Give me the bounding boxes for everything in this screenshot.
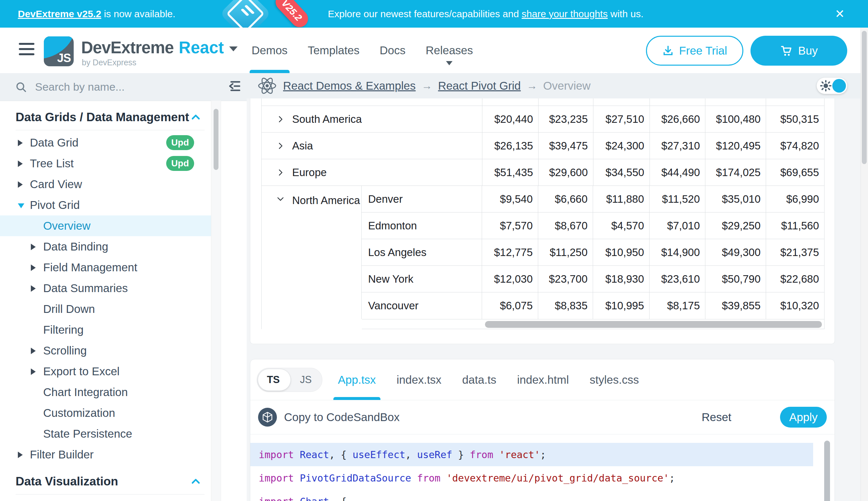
sidebar-item-data-grid[interactable]: Data GridUpd xyxy=(0,132,211,153)
sidebar-collapse-icon[interactable] xyxy=(227,79,242,94)
code-tab-data-ts[interactable]: data.ts xyxy=(462,359,496,400)
pivot-value-cell: $11,880 xyxy=(593,186,649,212)
pivot-value-cell: $12,775 xyxy=(482,239,538,265)
sidebar-item-card-view[interactable]: Card View xyxy=(0,174,211,195)
devextreme-js-logo[interactable]: JS xyxy=(44,36,74,66)
breadcrumb-link-pivot-grid[interactable]: React Pivot Grid xyxy=(438,79,521,92)
pivot-value-cell: $10,950 xyxy=(593,239,649,265)
devextreme-demos-page: DevExtreme v25.2 is now available. V25.2… xyxy=(0,0,868,501)
sidebar-item-scrolling[interactable]: Scrolling xyxy=(0,340,211,361)
sidebar-item-pivot-grid[interactable]: Pivot Grid xyxy=(0,195,211,215)
pivot-value-cell: $50,315 xyxy=(766,106,824,132)
code-scrollbar-thumb[interactable] xyxy=(824,440,830,501)
apply-button[interactable]: Apply xyxy=(780,407,827,428)
sidebar-item-customization[interactable]: Customization xyxy=(0,403,211,423)
code-editor[interactable]: import React, { useEffect, useRef } from… xyxy=(250,434,835,501)
code-line: import PivotGridDataSource from 'devextr… xyxy=(250,466,835,490)
theme-toggle[interactable] xyxy=(817,78,847,94)
page-scrollbar-thumb[interactable] xyxy=(862,31,867,164)
lang-option-js[interactable]: JS xyxy=(289,374,322,386)
sidebar-item-label: Card View xyxy=(30,178,82,191)
pivot-row-header[interactable]: North America xyxy=(262,186,361,319)
nav-item-docs[interactable]: Docs xyxy=(380,28,405,73)
brand-wordmark[interactable]: DevExtreme React xyxy=(81,38,238,57)
sidebar-item-drill-down[interactable]: Drill Down xyxy=(0,299,211,319)
brand-byline: by DevExpress xyxy=(82,58,136,67)
pivot-value-cell: $11,560 xyxy=(766,213,824,239)
sidebar-scrollbar-thumb[interactable] xyxy=(213,109,218,170)
sidebar-search xyxy=(0,73,247,101)
sidebar-item-field-management[interactable]: Field Management xyxy=(0,257,211,278)
pivot-value-cell: $174,025 xyxy=(705,159,766,185)
pivot-row: Asia$26,135$39,475$24,300$27,310$120,495… xyxy=(262,132,824,159)
free-trial-button[interactable]: Free Trial xyxy=(646,36,743,66)
code-tab-index-html[interactable]: index.html xyxy=(517,359,569,400)
search-icon xyxy=(15,81,27,93)
share-thoughts-link[interactable]: share your thoughts xyxy=(521,9,608,19)
language-toggle[interactable]: TS JS xyxy=(257,368,322,392)
sidebar-item-label: Scrolling xyxy=(43,344,87,357)
reset-button[interactable]: Reset xyxy=(700,411,733,424)
theme-toggle-knob[interactable] xyxy=(832,79,846,93)
pivot-value-cell: $6,075 xyxy=(482,292,538,319)
banner-message-center: Explore our newest features/capabilities… xyxy=(328,0,799,28)
banner-version-link[interactable]: DevExtreme v25.2 xyxy=(18,9,101,19)
pivot-row-header[interactable]: Europe xyxy=(262,159,482,185)
close-icon[interactable]: ✕ xyxy=(828,0,851,28)
search-input[interactable] xyxy=(34,80,191,94)
nav-item-templates[interactable]: Templates xyxy=(308,28,360,73)
hamburger-menu-icon[interactable] xyxy=(19,42,34,56)
pivot-value-cell: $12,030 xyxy=(482,266,538,292)
sidebar-scrollbar[interactable] xyxy=(211,101,221,501)
code-line: import React, { useEffect, useRef } from… xyxy=(250,443,813,466)
sidebar-item-label: Overview xyxy=(43,219,90,232)
code-tab-styles-css[interactable]: styles.css xyxy=(590,359,639,400)
code-tab-index-tsx[interactable]: index.tsx xyxy=(397,359,441,400)
sidebar-section-data-visualization[interactable]: Data Visualization xyxy=(0,469,211,494)
codesandbox-icon[interactable] xyxy=(258,408,277,427)
updated-badge: Upd xyxy=(166,135,194,150)
chevron-right-icon xyxy=(276,168,285,177)
sidebar-item-export-to-excel[interactable]: Export to Excel xyxy=(0,361,211,382)
page-scrollbar[interactable] xyxy=(860,28,868,501)
sidebar-item-chart-integration[interactable]: Chart Integration xyxy=(0,382,211,403)
sidebar-section-data-grids[interactable]: Data Grids / Data Management xyxy=(0,105,211,130)
chevron-right-icon xyxy=(276,141,285,150)
code-tab-app-tsx[interactable]: App.tsx xyxy=(338,359,376,400)
pivot-value-cell: $10,320 xyxy=(766,292,824,319)
breadcrumb-link-demos[interactable]: React Demos & Examples xyxy=(283,79,416,92)
pivot-value-cell: $4,570 xyxy=(593,213,649,239)
pivot-value-cell: $22,680 xyxy=(766,266,824,292)
nav-item-releases[interactable]: Releases xyxy=(426,28,473,73)
sidebar-item-state-persistence[interactable]: State Persistence xyxy=(0,423,211,444)
pivot-value-cell: $6,660 xyxy=(538,186,593,212)
demo-content-area: South America$20,440$23,235$27,510$26,66… xyxy=(247,98,861,501)
pivot-row-header[interactable]: Asia xyxy=(262,132,482,159)
sidebar-item-data-binding[interactable]: Data Binding xyxy=(0,236,211,257)
breadcrumb-separator: → xyxy=(421,79,432,92)
sidebar-item-filtering[interactable]: Filtering xyxy=(0,319,211,340)
horizontal-scrollbar-thumb[interactable] xyxy=(485,321,822,328)
lang-option-ts[interactable]: TS xyxy=(257,374,289,386)
pivot-clipped-row xyxy=(262,98,824,106)
triangle-right-icon xyxy=(31,348,36,354)
nav-item-demos[interactable]: Demos xyxy=(252,28,288,73)
triangle-right-icon xyxy=(18,181,23,188)
sidebar-item-data-summaries[interactable]: Data Summaries xyxy=(0,278,211,299)
pivot-row: Edmonton$7,570$8,670$4,570$7,010$29,250$… xyxy=(361,213,824,239)
triangle-right-icon xyxy=(18,140,23,146)
pivot-value-cell: $74,820 xyxy=(766,132,824,159)
pivot-row-header[interactable]: South America xyxy=(262,106,482,132)
sidebar-item-filter-builder[interactable]: Filter Builder xyxy=(0,444,211,465)
sidebar-item-label: Tree List xyxy=(30,157,74,170)
sidebar-item-label: Data Summaries xyxy=(43,282,128,295)
sidebar-item-tree-list[interactable]: Tree ListUpd xyxy=(0,153,211,174)
triangle-right-icon xyxy=(31,265,36,271)
pivot-city-cell: Vancouver xyxy=(361,292,482,319)
codesandbox-label[interactable]: Copy to CodeSandBox xyxy=(284,411,399,424)
buy-button[interactable]: Buy xyxy=(750,36,847,66)
pivot-value-cell: $69,655 xyxy=(766,159,824,185)
chevron-down-icon xyxy=(276,194,285,203)
breadcrumb-current: Overview xyxy=(543,79,591,92)
sidebar-item-overview[interactable]: Overview xyxy=(0,215,211,236)
